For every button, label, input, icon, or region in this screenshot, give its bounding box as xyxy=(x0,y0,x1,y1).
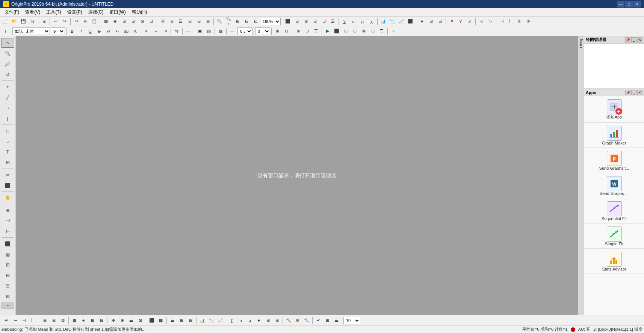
bt-35[interactable]: ☰ xyxy=(332,316,340,325)
bt-27[interactable]: ▼ xyxy=(255,316,263,325)
zoom-data-button[interactable]: ⊟ xyxy=(242,17,251,26)
menu-help[interactable]: 帮助(H) xyxy=(129,8,150,16)
tool-text[interactable]: T xyxy=(2,147,14,157)
zoom-graph-button[interactable]: ⊞ xyxy=(233,17,242,26)
tb-filter-2[interactable]: ⊞ xyxy=(427,17,435,26)
tb-chart-4[interactable]: ⬛ xyxy=(406,17,414,26)
apps-close[interactable]: ✕ xyxy=(637,90,642,95)
app-item-add-app[interactable]: + 添加App xyxy=(584,96,644,123)
row-btn[interactable]: ☷ xyxy=(312,27,320,35)
tool-crosshair[interactable]: + xyxy=(2,82,14,92)
tb-icon-d[interactable]: ⊟ xyxy=(129,17,137,26)
font-family-dropdown[interactable]: 默认: 宋体 xyxy=(12,27,50,35)
col-btn[interactable]: ⊡ xyxy=(303,27,311,35)
bt-6[interactable]: ⊟ xyxy=(50,316,58,325)
font-color-button[interactable]: A xyxy=(131,27,139,35)
bt-21[interactable]: 📊 xyxy=(198,316,206,325)
merge-btn[interactable]: ⊠ xyxy=(294,27,302,35)
bt-26[interactable]: μ xyxy=(246,316,254,325)
redo-button[interactable]: ↪ xyxy=(60,17,69,26)
bt-9[interactable]: ◈ xyxy=(79,316,88,325)
strikethrough-button[interactable]: S xyxy=(95,27,103,35)
tb-icon-f[interactable]: ⊡ xyxy=(147,17,155,26)
maximize-button[interactable]: □ xyxy=(625,1,633,8)
tb-icon-j[interactable]: ⊞ xyxy=(186,17,194,26)
save-all-button[interactable]: 🖫 xyxy=(28,17,36,26)
bt-11[interactable]: ⊟ xyxy=(97,316,106,325)
tb-y-btn[interactable]: Y xyxy=(457,17,465,26)
tool-distribute[interactable]: ⊢ xyxy=(2,227,14,236)
tb-z-btn[interactable]: Z xyxy=(466,17,474,26)
tool-fill[interactable]: ⬛ xyxy=(2,181,14,190)
app-item-stats-advisor[interactable]: Stats Advisor xyxy=(584,249,644,274)
greek-button[interactable]: αβ xyxy=(122,27,130,35)
tb-nav-3[interactable]: ⊩ xyxy=(516,17,524,26)
tb-icon-h[interactable]: ⊕ xyxy=(168,17,176,26)
bt-33[interactable]: ✔ xyxy=(314,316,322,325)
align-right-button[interactable]: ⇥ xyxy=(161,27,169,35)
bt-22[interactable]: 📉 xyxy=(207,316,215,325)
tool-draw-line[interactable]: ╱ xyxy=(2,93,14,102)
paste-button[interactable]: 📋 xyxy=(90,17,98,26)
zoom-in-button[interactable]: 🔍+ xyxy=(224,17,233,26)
menu-window[interactable]: 窗口(W) xyxy=(106,8,128,16)
align-left-button[interactable]: ⇤ xyxy=(143,27,151,35)
tool-data-5[interactable]: ☰ xyxy=(2,281,14,291)
tb-stat-4[interactable]: χ xyxy=(367,17,376,26)
border-all-button[interactable]: ⊞ xyxy=(273,27,281,35)
bt-12[interactable]: ✤ xyxy=(109,316,117,325)
menu-connect[interactable]: 连接(C) xyxy=(85,8,107,16)
tb-nav-1[interactable]: ⊣ xyxy=(498,17,506,26)
line-width-dropdown[interactable]: 0.5 1 2 xyxy=(237,27,252,35)
tb-arrow-left[interactable]: ◁ xyxy=(477,17,485,26)
save-button[interactable]: 💾 xyxy=(19,17,27,26)
pattern-button[interactable]: ▥ xyxy=(216,27,225,35)
bt-20[interactable]: ⊟ xyxy=(186,316,195,325)
close-button[interactable]: ✕ xyxy=(633,1,641,8)
tool-align[interactable]: ⊣ xyxy=(2,216,14,226)
apps-minimize[interactable]: _ xyxy=(631,90,636,95)
app-item-graph-maker[interactable]: Graph Maker xyxy=(584,123,644,148)
line-style-button[interactable]: — xyxy=(228,27,236,35)
bt-15[interactable]: ⊠ xyxy=(136,316,144,325)
tb-stat-2[interactable]: σ xyxy=(349,17,358,26)
tb2-misc-2[interactable]: ⊟ xyxy=(351,27,359,35)
tool-draw-rect[interactable]: □ xyxy=(2,126,14,136)
tool-data-4[interactable]: ⊟ xyxy=(2,271,14,280)
tb-misc-1[interactable]: ⬛ xyxy=(284,17,292,26)
graph-manager-minimize[interactable]: _ xyxy=(631,37,636,43)
tb-filter-3[interactable]: ⊟ xyxy=(436,17,444,26)
tool-draw-arrow[interactable]: → xyxy=(2,103,14,113)
tool-data-2[interactable]: ▦ xyxy=(2,249,14,259)
print-button[interactable]: 🖨 xyxy=(40,17,48,26)
tb-nav-2[interactable]: ⊢ xyxy=(507,17,515,26)
title-bar-controls[interactable]: — □ ✕ xyxy=(617,1,641,8)
tb-arrow-right[interactable]: ▷ xyxy=(486,17,494,26)
menu-settings[interactable]: 设置(P) xyxy=(64,8,85,16)
tool-pan[interactable]: ✋ xyxy=(2,193,14,203)
zoom-reset-button[interactable]: ⊡ xyxy=(251,17,260,26)
cut-button[interactable]: ✂ xyxy=(72,17,80,26)
bt-4[interactable]: ⊢ xyxy=(29,316,37,325)
copy-button[interactable]: ⎘ xyxy=(81,17,89,26)
subscript-button[interactable]: x₂ xyxy=(113,27,121,35)
open-button[interactable]: 📂 xyxy=(10,17,18,26)
bt-16[interactable]: ⬛ xyxy=(148,316,156,325)
fill-color-button[interactable]: ▣ xyxy=(196,27,204,35)
bt-1[interactable]: ↩ xyxy=(2,316,10,325)
bg-color-button[interactable]: ▤ xyxy=(205,27,213,35)
tb-icon-a[interactable]: ▦ xyxy=(102,17,110,26)
tool-zoom-out[interactable]: 🔎 xyxy=(2,59,14,69)
tb-misc-5[interactable]: ⊡ xyxy=(320,17,328,26)
tb-stat-3[interactable]: μ xyxy=(358,17,367,26)
tb-misc-6[interactable]: ☰ xyxy=(329,17,337,26)
tb2-misc-5[interactable]: ☰ xyxy=(378,27,386,35)
bt-28[interactable]: ⊞ xyxy=(264,316,272,325)
tb-chart-2[interactable]: 📉 xyxy=(388,17,396,26)
tool-data-6[interactable]: ⊠ xyxy=(2,292,14,301)
page-count-dropdown[interactable]: 10 xyxy=(343,317,360,324)
bt-17[interactable]: ▦ xyxy=(157,316,165,325)
position-dropdown[interactable]: 0 xyxy=(255,27,270,35)
bt-8[interactable]: ▦ xyxy=(70,316,79,325)
word-wrap-button[interactable]: ⇆ xyxy=(172,27,181,35)
